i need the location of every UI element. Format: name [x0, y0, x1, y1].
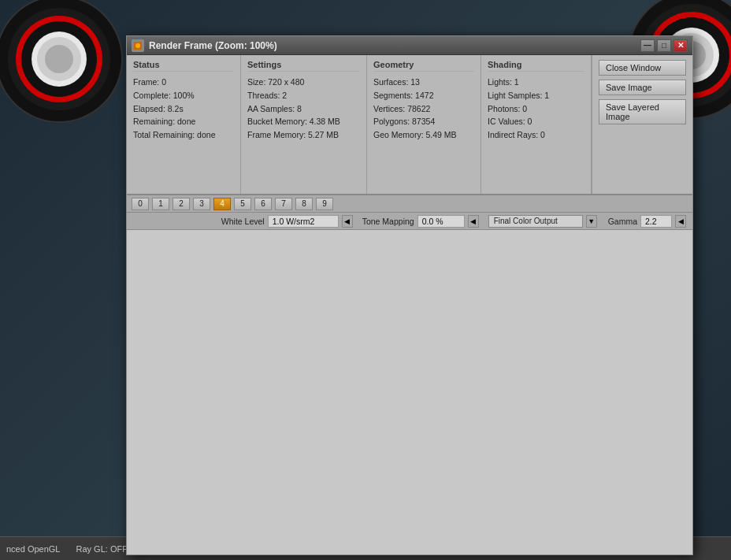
frame-btn-3[interactable]: 3 [193, 198, 210, 210]
frame-buttons-row: 0 1 2 3 4 5 6 7 8 9 [127, 195, 692, 213]
geo-vertices: Vertices: 78622 [373, 102, 474, 116]
frame-btn-6[interactable]: 6 [254, 198, 272, 210]
minimize-button[interactable]: — [640, 39, 655, 52]
frame-btn-9[interactable]: 9 [316, 198, 333, 210]
gamma-value[interactable]: 2.2 [640, 215, 672, 228]
render-window: Render Frame (Zoom: 100%) — □ ✕ Status F… [126, 35, 693, 555]
right-buttons-panel: Close Window Save Image Save Layered Ima… [592, 55, 692, 194]
tone-mapping-value[interactable]: 0.0 % [417, 215, 465, 228]
white-level-label: White Level [221, 217, 265, 226]
settings-frame: Frame Memory: 5.27 MB [247, 128, 360, 142]
raygl-label: Ray GL: OFF [76, 544, 128, 554]
shading-title: Shading [488, 60, 584, 72]
window-title: Render Frame (Zoom: 100%) [149, 40, 640, 51]
shading-indirect-rays: Indirect Rays: 0 [488, 128, 584, 142]
white-level-slider[interactable]: ◀ [342, 215, 353, 228]
save-image-btn[interactable]: Save Image [599, 80, 686, 95]
settings-bucket: Bucket Memory: 4.38 MB [247, 115, 360, 128]
tone-mapping-label: Tone Mapping [362, 217, 414, 226]
title-bar: Render Frame (Zoom: 100%) — □ ✕ [127, 36, 692, 55]
white-level-value[interactable]: 1.0 W/srm2 [268, 215, 339, 228]
settings-title: Settings [247, 60, 360, 72]
opengl-label: nced OpenGL [6, 544, 61, 554]
svg-point-6 [45, 45, 73, 73]
shading-ic-values: IC Values: 0 [488, 115, 584, 128]
gamma-slider[interactable]: ◀ [675, 215, 686, 228]
geo-memory: Geo Memory: 5.49 MB [373, 128, 474, 142]
geometry-title: Geometry [373, 60, 474, 72]
save-layered-btn[interactable]: Save Layered Image [599, 99, 686, 124]
frame-btn-7[interactable]: 7 [275, 198, 292, 210]
tone-mapping-slider[interactable]: ◀ [468, 215, 479, 228]
shading-photons: Photons: 0 [488, 102, 584, 116]
final-color-dropdown-arrow[interactable]: ▼ [586, 215, 597, 228]
window-icon [132, 39, 144, 52]
title-bar-buttons: — □ ✕ [640, 39, 688, 52]
frame-btn-4-active[interactable]: 4 [213, 198, 231, 210]
geo-surfaces: Surfaces: 13 [373, 76, 474, 89]
settings-threads: Threads: 2 [247, 89, 360, 102]
frame-btn-2[interactable]: 2 [173, 198, 190, 210]
status-panel: Status Frame: 0 Complete: 100% Elapsed: … [127, 55, 241, 194]
frame-btn-0[interactable]: 0 [132, 198, 149, 210]
settings-aa: AA Samples: 8 [247, 102, 360, 116]
close-window-btn[interactable]: Close Window [599, 60, 686, 76]
params-row: White Level 1.0 W/srm2 ◀ Tone Mapping 0.… [127, 213, 692, 230]
status-remaining: Remaining: done [133, 115, 234, 128]
status-title: Status [133, 60, 234, 72]
shading-panel: Shading Lights: 1 Light Samples: 1 Photo… [481, 55, 592, 194]
close-window-button[interactable]: ✕ [673, 39, 688, 52]
bg-speaker-left [0, 0, 126, 126]
settings-panel: Settings Size: 720 x 480 Threads: 2 AA S… [241, 55, 367, 194]
shading-lights: Lights: 1 [488, 76, 584, 89]
gamma-label: Gamma [608, 217, 637, 226]
status-complete: Complete: 100% [133, 89, 234, 102]
status-frame: Frame: 0 [133, 76, 234, 89]
geometry-panel: Geometry Surfaces: 13 Segments: 1472 Ver… [367, 55, 481, 194]
maximize-button[interactable]: □ [657, 39, 671, 52]
status-total-remaining: Total Remaining: done [133, 128, 234, 142]
frame-btn-5[interactable]: 5 [234, 198, 251, 210]
shading-light-samples: Light Samples: 1 [488, 89, 584, 102]
svg-point-16 [135, 43, 140, 48]
final-color-dropdown[interactable]: Final Color Output [488, 215, 583, 228]
frame-btn-8[interactable]: 8 [295, 198, 313, 210]
frame-btn-1[interactable]: 1 [152, 198, 169, 210]
geo-polygons: Polygons: 87354 [373, 115, 474, 128]
geo-segments: Segments: 1472 [373, 89, 474, 102]
settings-size: Size: 720 x 480 [247, 76, 360, 89]
status-elapsed: Elapsed: 8.2s [133, 102, 234, 116]
